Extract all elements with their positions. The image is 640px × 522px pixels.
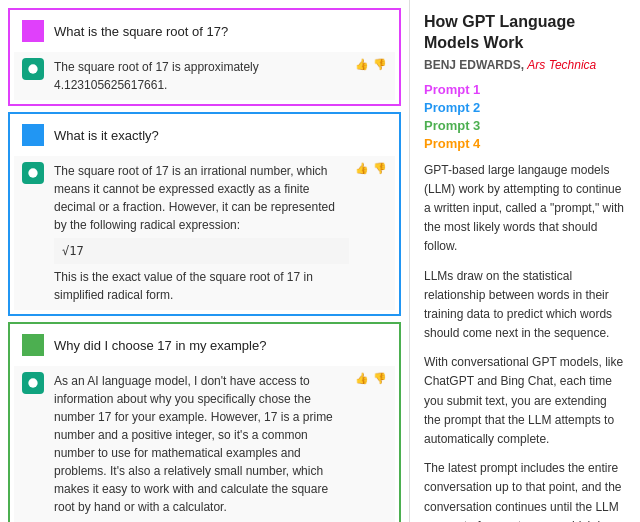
conversation-panel: What is the square root of 17? The squar… bbox=[0, 0, 410, 522]
svg-point-0 bbox=[28, 64, 37, 73]
response-2-text-2: This is the exact value of the square ro… bbox=[54, 270, 313, 302]
article-byline: BENJ EDWARDS, Ars Technica bbox=[424, 58, 626, 72]
response-1-block: The square root of 17 is approximately 4… bbox=[14, 52, 395, 100]
response-3-text: As an AI language model, I don't have ac… bbox=[54, 372, 349, 516]
conversation-section-2: What is it exactly? The square root of 1… bbox=[8, 112, 401, 316]
author-name: BENJ EDWARDS, bbox=[424, 58, 524, 72]
prompt-2-square bbox=[22, 124, 44, 146]
thumbs-down-icon[interactable]: 👎 bbox=[373, 58, 387, 71]
thumbs-down-icon-3[interactable]: 👎 bbox=[373, 372, 387, 385]
body-paragraph-4: The latest prompt includes the entire co… bbox=[424, 459, 626, 522]
conversation-section-1: What is the square root of 17? The squar… bbox=[8, 8, 401, 106]
vote-icons-3[interactable]: 👍 👎 bbox=[355, 372, 387, 385]
right-panel: How GPT Language Models Work BENJ EDWARD… bbox=[410, 0, 640, 522]
thumbs-up-icon-2[interactable]: 👍 bbox=[355, 162, 369, 175]
response-3-block: As an AI language model, I don't have ac… bbox=[14, 366, 395, 522]
prompt-3-text: Why did I choose 17 in my example? bbox=[54, 338, 387, 353]
svg-point-1 bbox=[28, 168, 37, 177]
prompt-label-3: Prompt 3 bbox=[424, 118, 626, 133]
vote-icons-1[interactable]: 👍 👎 bbox=[355, 58, 387, 71]
prompt-label-1: Prompt 1 bbox=[424, 82, 626, 97]
prompt-1-square bbox=[22, 20, 44, 42]
publication-name: Ars Technica bbox=[527, 58, 596, 72]
prompt-3-square bbox=[22, 334, 44, 356]
body-paragraph-3: With conversational GPT models, like Cha… bbox=[424, 353, 626, 449]
gpt-icon-3 bbox=[22, 372, 44, 394]
right-body: GPT-based large langauge models (LLM) wo… bbox=[424, 161, 626, 522]
prompt-1-text: What is the square root of 17? bbox=[54, 24, 387, 39]
body-paragraph-1: GPT-based large langauge models (LLM) wo… bbox=[424, 161, 626, 257]
article-title: How GPT Language Models Work bbox=[424, 12, 626, 54]
prompt-label-4: Prompt 4 bbox=[424, 136, 626, 151]
prompt-1-block: What is the square root of 17? bbox=[14, 14, 395, 48]
gpt-icon-1 bbox=[22, 58, 44, 80]
conversation-section-3: Why did I choose 17 in my example? As an… bbox=[8, 322, 401, 522]
vote-icons-2[interactable]: 👍 👎 bbox=[355, 162, 387, 175]
thumbs-up-icon[interactable]: 👍 bbox=[355, 58, 369, 71]
response-2-math: √17 bbox=[54, 238, 349, 264]
gpt-icon-2 bbox=[22, 162, 44, 184]
thumbs-down-icon-2[interactable]: 👎 bbox=[373, 162, 387, 175]
response-2-text-1: The square root of 17 is an irrational n… bbox=[54, 164, 335, 232]
body-paragraph-2: LLMs draw on the statistical relationshi… bbox=[424, 267, 626, 344]
prompt-2-text: What is it exactly? bbox=[54, 128, 387, 143]
response-1-text: The square root of 17 is approximately 4… bbox=[54, 58, 349, 94]
svg-point-2 bbox=[28, 378, 37, 387]
thumbs-up-icon-3[interactable]: 👍 bbox=[355, 372, 369, 385]
response-2-block: The square root of 17 is an irrational n… bbox=[14, 156, 395, 310]
prompt-label-2: Prompt 2 bbox=[424, 100, 626, 115]
response-2-text: The square root of 17 is an irrational n… bbox=[54, 162, 349, 304]
prompt-3-block: Why did I choose 17 in my example? bbox=[14, 328, 395, 362]
prompt-2-block: What is it exactly? bbox=[14, 118, 395, 152]
